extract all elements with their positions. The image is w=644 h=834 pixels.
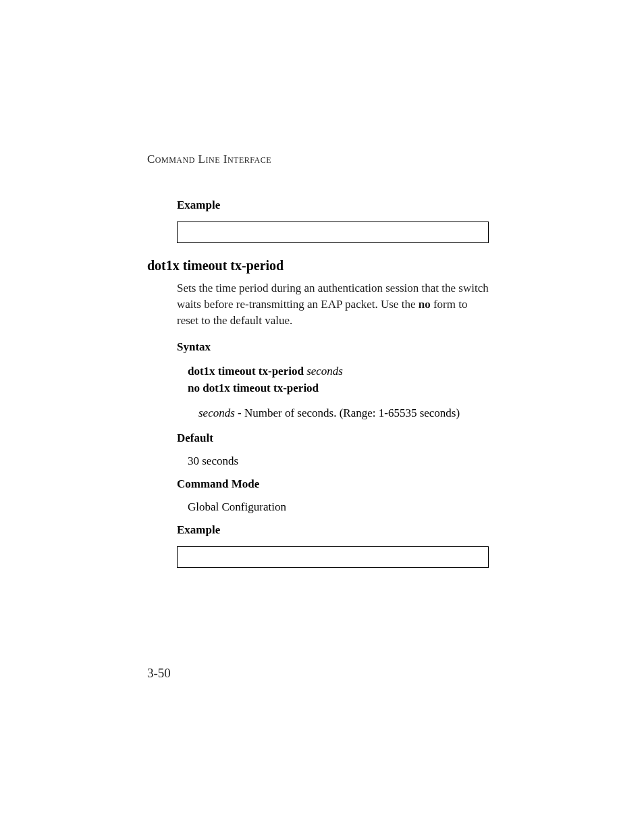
syntax-block: dot1x timeout tx-period seconds no dot1x… xyxy=(188,363,489,396)
param-rest: - Number of seconds. (Range: 1-65535 sec… xyxy=(235,407,460,419)
default-label: Default xyxy=(177,432,489,445)
syntax-line-1-bold: dot1x timeout tx-period xyxy=(188,365,304,377)
example-label-2: Example xyxy=(177,523,489,537)
page-container: Command Line Interface Example dot1x tim… xyxy=(0,0,644,834)
command-heading: dot1x timeout tx-period xyxy=(147,258,489,273)
command-mode-label: Command Mode xyxy=(177,477,489,491)
syntax-line-2: no dot1x timeout tx-period xyxy=(188,380,489,397)
syntax-line-1-italic: seconds xyxy=(304,365,343,377)
page-header: Command Line Interface xyxy=(147,153,489,166)
command-description: Sets the time period during an authentic… xyxy=(177,280,489,328)
syntax-label: Syntax xyxy=(177,340,489,354)
example-box-1 xyxy=(177,221,489,243)
example-label-1: Example xyxy=(177,199,489,212)
syntax-line-2-bold: no dot1x timeout tx-period xyxy=(188,382,319,394)
command-mode-value: Global Configuration xyxy=(188,500,489,514)
default-value: 30 seconds xyxy=(188,454,489,468)
page-number: 3-50 xyxy=(147,666,171,681)
parameter-text: seconds - Number of seconds. (Range: 1-6… xyxy=(198,405,489,421)
param-italic: seconds xyxy=(198,407,235,419)
description-bold: no xyxy=(419,298,431,311)
example-box-2 xyxy=(177,546,489,568)
syntax-line-1: dot1x timeout tx-period seconds xyxy=(188,363,489,380)
